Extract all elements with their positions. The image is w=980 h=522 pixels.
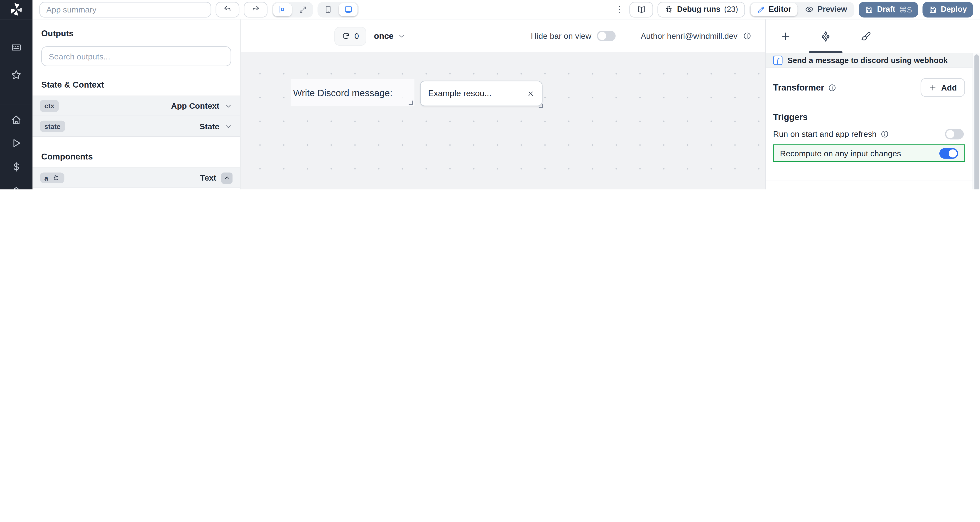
app-canvas[interactable]: Write Discord message: Example resou... …: [241, 53, 765, 189]
resize-handle[interactable]: [539, 103, 543, 108]
eye-icon: [805, 5, 814, 14]
context-row-ctx[interactable]: ctxApp Context: [32, 96, 240, 116]
docs-button[interactable]: [630, 2, 653, 17]
info-icon: [880, 130, 889, 138]
context-badge: state: [40, 121, 65, 132]
desktop-view-button[interactable]: [339, 3, 358, 16]
context-label: App Context: [171, 101, 220, 110]
clear-selection-button[interactable]: [527, 90, 535, 97]
mobile-view-button[interactable]: [319, 3, 337, 16]
draft-label: Draft: [877, 5, 895, 14]
mobile-icon: [324, 5, 332, 14]
diamonds-icon: [820, 30, 831, 42]
windmill-app-editor: Debug runs (23) Editor Preview Draft ⌘S …: [0, 0, 980, 189]
sidebar-item-play-icon[interactable]: [11, 137, 22, 149]
info-icon: [743, 32, 751, 40]
author-label: Author henri@windmill.dev: [641, 31, 738, 41]
debug-runs-label: Debug runs: [677, 5, 720, 14]
sidebar-item-home-icon[interactable]: [11, 115, 22, 126]
redo-icon: [251, 5, 260, 14]
deploy-label: Deploy: [941, 5, 967, 14]
component-id-badge[interactable]: a: [40, 172, 64, 183]
component-header-a[interactable]: aText: [32, 167, 240, 188]
more-menu-button[interactable]: [614, 2, 625, 17]
resource-select-value: Example resou...: [428, 89, 492, 98]
redo-button[interactable]: [243, 2, 267, 17]
hide-bar-label: Hide bar on view: [531, 31, 592, 41]
save-icon: [929, 5, 937, 13]
refresh-icon: [342, 32, 350, 40]
refresh-count: 0: [354, 31, 359, 41]
pencil-icon: [757, 5, 765, 13]
draft-button[interactable]: Draft ⌘S: [859, 2, 918, 17]
context-row-state[interactable]: stateState: [32, 116, 240, 137]
alignment-toggle-group: [272, 2, 313, 17]
right-tabbar: [765, 19, 980, 53]
collapse-button[interactable]: [221, 172, 232, 183]
triggers-title: Triggers: [773, 112, 965, 122]
search-outputs-input[interactable]: [41, 46, 231, 66]
hide-bar-toggle[interactable]: [597, 30, 616, 41]
align-icon: [278, 5, 287, 14]
outputs-panel: Outputs State & Context ctxApp Contextst…: [32, 19, 240, 189]
undo-button[interactable]: [216, 2, 240, 17]
chevron-down-icon: [398, 32, 406, 40]
run-on-start-label: Run on start and app refresh: [773, 129, 877, 138]
fullscreen-button[interactable]: [293, 3, 312, 16]
left-icon-rail: [0, 0, 32, 189]
resize-handle[interactable]: [409, 101, 413, 105]
close-icon: [527, 90, 535, 97]
draft-shortcut: ⌘S: [899, 5, 912, 14]
context-label: State: [199, 122, 220, 131]
component-output-a: aTextresult:"Write Discord message:"load…: [32, 167, 240, 189]
editor-label: Editor: [769, 5, 791, 14]
plus-icon: [780, 30, 791, 42]
state-context-title: State & Context: [32, 80, 240, 89]
text-component-value: Write Discord message:: [293, 87, 393, 98]
bug-icon: [665, 5, 673, 14]
chevron-down-icon[interactable]: [224, 102, 232, 110]
component-type-label: Text: [200, 173, 216, 182]
sidebar-item-app-grid-icon[interactable]: [11, 42, 22, 53]
interval-dropdown[interactable]: once: [374, 31, 406, 41]
tab-editor[interactable]: Editor: [751, 3, 798, 16]
add-label: Add: [941, 83, 957, 92]
right-panel-scrollbar[interactable]: [972, 53, 980, 189]
deploy-button[interactable]: Deploy: [923, 2, 973, 17]
recompute-toggle[interactable]: [939, 148, 958, 159]
sidebar-item-dollar-icon[interactable]: [11, 161, 22, 173]
chevron-down-icon[interactable]: [224, 122, 232, 130]
hand-icon: [52, 174, 60, 182]
windmill-logo-icon[interactable]: [0, 0, 32, 19]
canvas-resource-select[interactable]: Example resou...: [420, 81, 542, 106]
right-content: Transformer Add Triggers Run on start an…: [765, 78, 980, 189]
align-button[interactable]: [273, 3, 292, 16]
plus-icon: [929, 83, 937, 92]
sidebar-item-cubes-icon[interactable]: [11, 186, 22, 189]
save-icon: [865, 5, 873, 13]
sidebar-item-star-icon[interactable]: [11, 69, 22, 81]
top-bar: Debug runs (23) Editor Preview Draft ⌘S …: [32, 0, 980, 19]
preview-label: Preview: [818, 5, 847, 14]
author-row: Author henri@windmill.dev: [641, 31, 751, 41]
expand-icon: [299, 5, 307, 13]
function-icon: f: [773, 56, 783, 65]
refresh-count-button[interactable]: 0: [334, 27, 366, 45]
tab-preview[interactable]: Preview: [799, 3, 853, 16]
runnable-settings-panel: f Send a message to discord using webhoo…: [765, 19, 980, 189]
device-toggle-group: [318, 2, 359, 17]
canvas-text-component[interactable]: Write Discord message:: [291, 79, 414, 106]
run-on-start-toggle[interactable]: [945, 129, 964, 140]
debug-runs-button[interactable]: Debug runs (23): [658, 2, 745, 17]
tab-styling[interactable]: [846, 19, 886, 53]
canvas-toolbar: 0 once Hide bar on view Author henri@win…: [241, 19, 765, 53]
app-summary-input[interactable]: [40, 2, 212, 17]
tab-insert-component[interactable]: [765, 19, 805, 53]
components-title: Components: [32, 152, 240, 161]
tab-settings[interactable]: [805, 19, 845, 53]
editor-preview-group: Editor Preview: [749, 2, 854, 17]
hide-bar-row: Hide bar on view: [531, 30, 616, 41]
undo-icon: [223, 5, 232, 14]
center-area: 0 once Hide bar on view Author henri@win…: [241, 19, 765, 189]
add-transformer-button[interactable]: Add: [920, 78, 965, 97]
